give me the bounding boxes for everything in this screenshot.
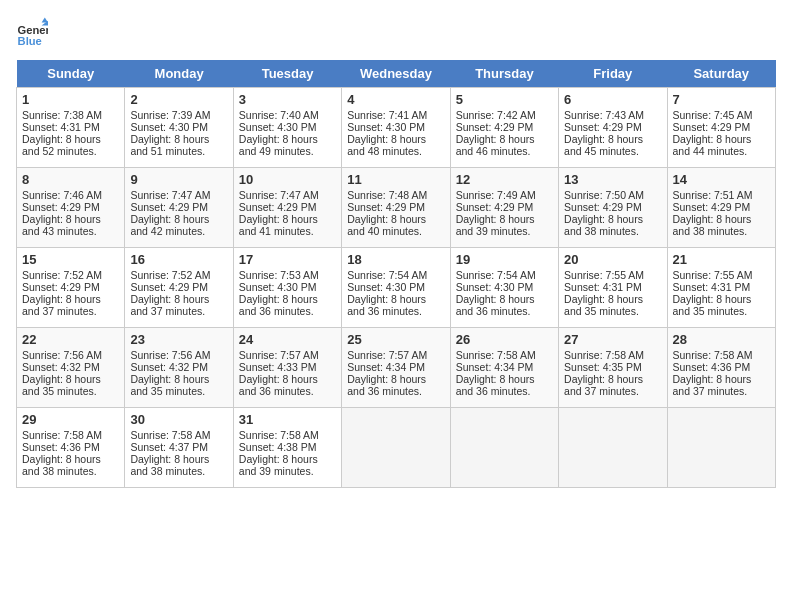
sunrise: Sunrise: 7:54 AM — [456, 269, 536, 281]
sunset: Sunset: 4:34 PM — [347, 361, 425, 373]
daylight: Daylight: 8 hours and 38 minutes. — [673, 213, 752, 237]
calendar-cell: 31Sunrise: 7:58 AMSunset: 4:38 PMDayligh… — [233, 408, 341, 488]
day-number: 26 — [456, 332, 553, 347]
sunrise: Sunrise: 7:49 AM — [456, 189, 536, 201]
calendar-cell: 14Sunrise: 7:51 AMSunset: 4:29 PMDayligh… — [667, 168, 775, 248]
sunrise: Sunrise: 7:56 AM — [130, 349, 210, 361]
sunrise: Sunrise: 7:48 AM — [347, 189, 427, 201]
sunrise: Sunrise: 7:46 AM — [22, 189, 102, 201]
sunrise: Sunrise: 7:58 AM — [130, 429, 210, 441]
sunset: Sunset: 4:31 PM — [22, 121, 100, 133]
weekday-header-wednesday: Wednesday — [342, 60, 450, 88]
sunset: Sunset: 4:31 PM — [673, 281, 751, 293]
daylight: Daylight: 8 hours and 36 minutes. — [239, 293, 318, 317]
calendar-cell: 22Sunrise: 7:56 AMSunset: 4:32 PMDayligh… — [17, 328, 125, 408]
day-number: 4 — [347, 92, 444, 107]
day-number: 20 — [564, 252, 661, 267]
weekday-header-saturday: Saturday — [667, 60, 775, 88]
daylight: Daylight: 8 hours and 42 minutes. — [130, 213, 209, 237]
daylight: Daylight: 8 hours and 49 minutes. — [239, 133, 318, 157]
svg-text:Blue: Blue — [18, 35, 42, 47]
sunrise: Sunrise: 7:58 AM — [239, 429, 319, 441]
calendar-cell — [450, 408, 558, 488]
sunrise: Sunrise: 7:47 AM — [130, 189, 210, 201]
sunset: Sunset: 4:30 PM — [239, 281, 317, 293]
sunrise: Sunrise: 7:58 AM — [673, 349, 753, 361]
calendar-week-row: 1Sunrise: 7:38 AMSunset: 4:31 PMDaylight… — [17, 88, 776, 168]
day-number: 29 — [22, 412, 119, 427]
sunrise: Sunrise: 7:54 AM — [347, 269, 427, 281]
daylight: Daylight: 8 hours and 43 minutes. — [22, 213, 101, 237]
sunrise: Sunrise: 7:57 AM — [347, 349, 427, 361]
calendar-cell: 17Sunrise: 7:53 AMSunset: 4:30 PMDayligh… — [233, 248, 341, 328]
calendar-cell: 2Sunrise: 7:39 AMSunset: 4:30 PMDaylight… — [125, 88, 233, 168]
sunset: Sunset: 4:31 PM — [564, 281, 642, 293]
calendar-cell: 5Sunrise: 7:42 AMSunset: 4:29 PMDaylight… — [450, 88, 558, 168]
sunset: Sunset: 4:36 PM — [22, 441, 100, 453]
sunrise: Sunrise: 7:55 AM — [673, 269, 753, 281]
sunrise: Sunrise: 7:41 AM — [347, 109, 427, 121]
calendar-week-row: 15Sunrise: 7:52 AMSunset: 4:29 PMDayligh… — [17, 248, 776, 328]
calendar-week-row: 8Sunrise: 7:46 AMSunset: 4:29 PMDaylight… — [17, 168, 776, 248]
day-number: 9 — [130, 172, 227, 187]
day-number: 21 — [673, 252, 770, 267]
day-number: 19 — [456, 252, 553, 267]
sunrise: Sunrise: 7:51 AM — [673, 189, 753, 201]
daylight: Daylight: 8 hours and 40 minutes. — [347, 213, 426, 237]
sunset: Sunset: 4:33 PM — [239, 361, 317, 373]
calendar-table: SundayMondayTuesdayWednesdayThursdayFrid… — [16, 60, 776, 488]
sunset: Sunset: 4:29 PM — [239, 201, 317, 213]
day-number: 18 — [347, 252, 444, 267]
day-number: 10 — [239, 172, 336, 187]
daylight: Daylight: 8 hours and 46 minutes. — [456, 133, 535, 157]
day-number: 24 — [239, 332, 336, 347]
sunset: Sunset: 4:29 PM — [673, 201, 751, 213]
sunrise: Sunrise: 7:57 AM — [239, 349, 319, 361]
calendar-cell — [667, 408, 775, 488]
calendar-cell: 19Sunrise: 7:54 AMSunset: 4:30 PMDayligh… — [450, 248, 558, 328]
daylight: Daylight: 8 hours and 51 minutes. — [130, 133, 209, 157]
day-number: 5 — [456, 92, 553, 107]
day-number: 28 — [673, 332, 770, 347]
calendar-cell: 4Sunrise: 7:41 AMSunset: 4:30 PMDaylight… — [342, 88, 450, 168]
daylight: Daylight: 8 hours and 36 minutes. — [456, 293, 535, 317]
daylight: Daylight: 8 hours and 45 minutes. — [564, 133, 643, 157]
sunrise: Sunrise: 7:52 AM — [22, 269, 102, 281]
sunset: Sunset: 4:30 PM — [130, 121, 208, 133]
sunset: Sunset: 4:37 PM — [130, 441, 208, 453]
sunset: Sunset: 4:34 PM — [456, 361, 534, 373]
page-header: General Blue — [16, 16, 776, 48]
daylight: Daylight: 8 hours and 38 minutes. — [564, 213, 643, 237]
daylight: Daylight: 8 hours and 38 minutes. — [22, 453, 101, 477]
daylight: Daylight: 8 hours and 37 minutes. — [673, 373, 752, 397]
daylight: Daylight: 8 hours and 37 minutes. — [564, 373, 643, 397]
day-number: 7 — [673, 92, 770, 107]
calendar-cell: 6Sunrise: 7:43 AMSunset: 4:29 PMDaylight… — [559, 88, 667, 168]
daylight: Daylight: 8 hours and 35 minutes. — [22, 373, 101, 397]
calendar-cell: 7Sunrise: 7:45 AMSunset: 4:29 PMDaylight… — [667, 88, 775, 168]
daylight: Daylight: 8 hours and 39 minutes. — [456, 213, 535, 237]
weekday-header-monday: Monday — [125, 60, 233, 88]
daylight: Daylight: 8 hours and 36 minutes. — [347, 293, 426, 317]
calendar-week-row: 29Sunrise: 7:58 AMSunset: 4:36 PMDayligh… — [17, 408, 776, 488]
sunrise: Sunrise: 7:47 AM — [239, 189, 319, 201]
sunrise: Sunrise: 7:53 AM — [239, 269, 319, 281]
calendar-cell: 16Sunrise: 7:52 AMSunset: 4:29 PMDayligh… — [125, 248, 233, 328]
calendar-cell: 25Sunrise: 7:57 AMSunset: 4:34 PMDayligh… — [342, 328, 450, 408]
daylight: Daylight: 8 hours and 35 minutes. — [130, 373, 209, 397]
calendar-cell: 10Sunrise: 7:47 AMSunset: 4:29 PMDayligh… — [233, 168, 341, 248]
calendar-cell: 26Sunrise: 7:58 AMSunset: 4:34 PMDayligh… — [450, 328, 558, 408]
sunrise: Sunrise: 7:58 AM — [22, 429, 102, 441]
calendar-cell: 3Sunrise: 7:40 AMSunset: 4:30 PMDaylight… — [233, 88, 341, 168]
calendar-cell: 27Sunrise: 7:58 AMSunset: 4:35 PMDayligh… — [559, 328, 667, 408]
sunset: Sunset: 4:32 PM — [130, 361, 208, 373]
sunrise: Sunrise: 7:55 AM — [564, 269, 644, 281]
sunrise: Sunrise: 7:58 AM — [564, 349, 644, 361]
sunset: Sunset: 4:29 PM — [456, 121, 534, 133]
sunrise: Sunrise: 7:40 AM — [239, 109, 319, 121]
sunset: Sunset: 4:29 PM — [673, 121, 751, 133]
day-number: 30 — [130, 412, 227, 427]
sunrise: Sunrise: 7:56 AM — [22, 349, 102, 361]
sunset: Sunset: 4:30 PM — [456, 281, 534, 293]
calendar-cell: 29Sunrise: 7:58 AMSunset: 4:36 PMDayligh… — [17, 408, 125, 488]
